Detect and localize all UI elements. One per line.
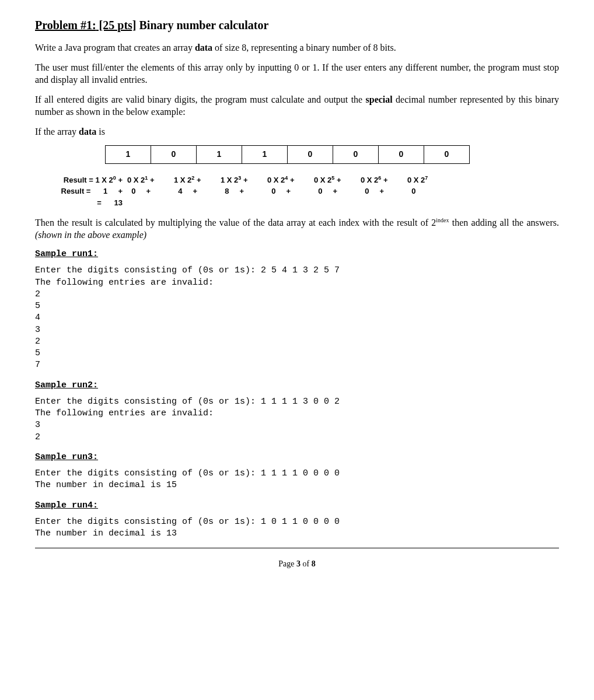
problem-title: Problem #1: [25 pts] Binary number calcu… <box>35 18 559 33</box>
special-paragraph: If all entered digits are valid binary d… <box>35 93 559 118</box>
calculation-block: Result = 1 X 20 + 0 X 21 + 1 X 22 + 1 X … <box>35 174 559 208</box>
p4b: data <box>79 127 96 136</box>
array-cell: 1 <box>242 145 288 163</box>
calc-term: 0 X 26 + <box>361 174 407 186</box>
footer-total: 8 <box>312 559 316 568</box>
footer-page-num: 3 <box>296 559 301 568</box>
array-cell: 0 <box>288 145 333 163</box>
sample-run-2-heading: Sample run2: <box>35 380 559 391</box>
array-cell: 0 <box>424 145 470 163</box>
array-cell: 0 <box>379 145 424 163</box>
calc-term: 0 X 21 + <box>127 174 174 186</box>
p5b: then adding all the answers. <box>449 218 560 228</box>
calc-term: 0 X 25 + <box>314 174 361 186</box>
p1a: Write a Java program that creates an arr… <box>35 43 195 52</box>
p3a: If all entered digits are valid binary d… <box>35 94 366 104</box>
title-desc: Binary number calculator <box>137 19 269 32</box>
calc-label-2: Result = 1 + <box>35 186 127 197</box>
array-cell: 1 <box>197 145 242 163</box>
rules-paragraph: The user must fill/enter the elements of… <box>35 61 559 86</box>
sample-run-4-output: Enter the digits consisting of (0s or 1s… <box>35 516 559 540</box>
footer-of: of <box>301 559 312 568</box>
explanation-paragraph: Then the result is calculated by multipl… <box>35 216 559 242</box>
array-cell: 0 <box>333 145 379 163</box>
sample-run-1-output: Enter the digits consisting of (0s or 1s… <box>35 265 559 371</box>
p5sup: index <box>436 217 449 223</box>
footer-page-label: Page <box>278 559 296 568</box>
p3b: special <box>366 94 393 104</box>
calc-val: 0 + <box>361 186 407 197</box>
calc-label-3: = 13 <box>35 198 127 208</box>
footer-divider <box>35 548 559 548</box>
page-footer: Page 3 of 8 <box>35 556 559 570</box>
calc-term: 0 X 27 <box>407 174 454 186</box>
calc-val: 0 + <box>267 186 314 197</box>
calc-val: 0 + <box>127 186 174 197</box>
calc-val: 8 + <box>221 186 267 197</box>
calc-term: 0 X 24 + <box>267 174 314 186</box>
calc-term: 1 X 22 + <box>174 174 221 186</box>
p5a: Then the result is calculated by multipl… <box>35 218 436 228</box>
p1b: data <box>195 43 212 52</box>
calc-val: 0 <box>407 186 454 197</box>
sample-run-3-output: Enter the digits consisting of (0s or 1s… <box>35 468 559 492</box>
p5c: (shown in the above example) <box>35 230 146 240</box>
intro-paragraph: Write a Java program that creates an arr… <box>35 41 559 54</box>
sample-run-3-heading: Sample run3: <box>35 452 559 463</box>
array-intro: If the array data is <box>35 125 559 138</box>
p1c: of size 8, representing a binary number … <box>212 43 396 52</box>
sample-run-1-heading: Sample run1: <box>35 249 559 260</box>
array-cell: 1 <box>106 145 151 163</box>
sample-run-4-heading: Sample run4: <box>35 500 559 512</box>
p4a: If the array <box>35 127 79 136</box>
title-points: [25 pts] <box>96 19 137 32</box>
calc-label-1: Result = 1 X 20 + <box>35 174 127 186</box>
calc-val: 0 + <box>314 186 361 197</box>
binary-array-table: 1 0 1 1 0 0 0 0 <box>105 145 470 164</box>
array-cell: 0 <box>151 145 197 163</box>
calc-term: 1 X 23 + <box>221 174 267 186</box>
title-problem: Problem #1: <box>35 19 96 32</box>
sample-run-2-output: Enter the digits consisting of (0s or 1s… <box>35 396 559 443</box>
calc-val: 4 + <box>174 186 221 197</box>
p4c: is <box>96 127 105 136</box>
